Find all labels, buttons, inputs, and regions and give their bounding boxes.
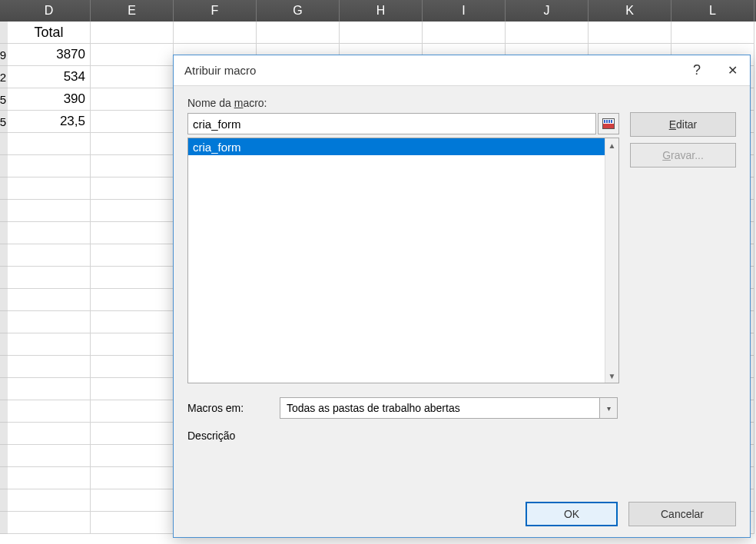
row-header[interactable] [0,512,8,534]
cancel-button[interactable]: Cancelar [628,502,736,526]
cell[interactable] [91,66,174,88]
cell[interactable] [8,333,91,356]
cell[interactable] [423,22,506,44]
cell[interactable] [91,200,174,222]
chevron-down-icon[interactable]: ▾ [599,397,618,419]
col-header-j[interactable]: J [506,0,589,22]
cell[interactable] [8,467,91,489]
row-header[interactable] [0,311,8,333]
cell[interactable] [91,244,174,267]
cell[interactable]: Total [8,22,91,44]
cell[interactable] [8,155,91,177]
row-header[interactable] [0,200,8,222]
col-header-i[interactable]: I [423,0,506,22]
cell[interactable] [506,22,589,44]
cell[interactable] [91,445,174,467]
col-header-l[interactable]: L [671,0,754,22]
row-header[interactable] [0,423,8,445]
list-item[interactable]: cria_form [188,138,605,155]
col-header-e[interactable]: E [91,0,174,22]
cell[interactable] [8,133,91,155]
col-header-g[interactable]: G [257,0,340,22]
cell[interactable] [91,356,174,378]
cell[interactable] [91,177,174,200]
row-header[interactable] [0,177,8,200]
help-button[interactable]: ? [679,55,715,86]
cell[interactable] [91,222,174,244]
row-header[interactable]: 5 [0,111,8,133]
row-header[interactable] [0,400,8,423]
col-header-d[interactable]: D [8,0,91,22]
cell[interactable] [91,378,174,400]
cell[interactable] [8,489,91,512]
cell[interactable] [91,267,174,289]
cell[interactable] [174,22,257,44]
cell[interactable] [91,400,174,423]
cell[interactable]: 23,5 [8,111,91,133]
row-header[interactable] [0,289,8,311]
cell[interactable] [8,445,91,467]
macro-listbox[interactable]: cria_form ▲ ▼ [187,138,619,383]
col-header-h[interactable]: H [340,0,423,22]
cell[interactable] [91,111,174,133]
row-header[interactable] [0,267,8,289]
cell[interactable] [257,22,340,44]
cell[interactable]: 390 [8,88,91,111]
row-header[interactable] [0,22,8,44]
macros-in-select[interactable]: Todas as pastas de trabalho abertas ▾ [280,397,618,419]
scroll-up-icon[interactable]: ▲ [605,138,618,152]
row-header[interactable] [0,133,8,155]
cell[interactable] [91,333,174,356]
col-header-f[interactable]: F [174,0,257,22]
cell[interactable] [8,311,91,333]
cell[interactable] [8,244,91,267]
cell[interactable] [8,200,91,222]
ok-button[interactable]: OK [526,502,618,526]
row-header[interactable] [0,244,8,267]
cell[interactable] [8,400,91,423]
row-header[interactable] [0,467,8,489]
row-header[interactable]: 5 [0,88,8,111]
cell[interactable] [91,22,174,44]
cell[interactable] [8,222,91,244]
cell[interactable] [91,512,174,534]
row-header[interactable]: 2 [0,66,8,88]
cell[interactable] [8,289,91,311]
row-header[interactable] [0,445,8,467]
row-header[interactable]: 9 [0,44,8,66]
cell[interactable] [8,423,91,445]
cell[interactable] [8,512,91,534]
macro-name-input[interactable] [187,113,596,134]
cell[interactable] [91,467,174,489]
row-header[interactable] [0,333,8,356]
cell[interactable] [91,311,174,333]
row-header[interactable] [0,356,8,378]
edit-button[interactable]: Editar [630,112,736,137]
cell[interactable] [91,289,174,311]
scroll-down-icon[interactable]: ▼ [605,369,618,383]
cell[interactable]: 3870 [8,44,91,66]
col-header-k[interactable]: K [589,0,671,22]
cell[interactable] [8,177,91,200]
row-header[interactable] [0,378,8,400]
cell[interactable] [91,489,174,512]
cell[interactable] [8,267,91,289]
row-header[interactable] [0,155,8,177]
cell[interactable] [91,44,174,66]
cell[interactable] [340,22,423,44]
collapse-dialog-button[interactable] [598,113,619,134]
close-button[interactable]: ✕ [715,55,750,86]
cell[interactable] [91,423,174,445]
cell[interactable] [91,133,174,155]
row-header[interactable] [0,489,8,512]
cell[interactable] [8,378,91,400]
cell[interactable]: 534 [8,66,91,88]
cell[interactable] [8,356,91,378]
cell[interactable] [589,22,671,44]
row-header[interactable] [0,222,8,244]
listbox-scrollbar[interactable]: ▲ ▼ [605,138,618,383]
dialog-titlebar[interactable]: Atribuir macro ? ✕ [174,55,750,86]
cell[interactable] [91,155,174,177]
cell[interactable] [671,22,754,44]
cell[interactable] [91,88,174,111]
